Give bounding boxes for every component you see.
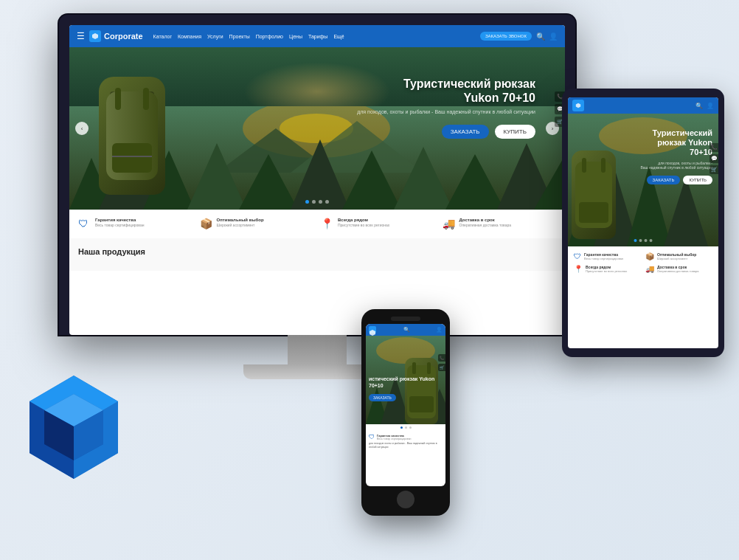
- phone-dots: [366, 424, 445, 431]
- phone-home-button[interactable]: [397, 491, 414, 508]
- nav-link-projects[interactable]: Проекты: [229, 34, 250, 39]
- feature-3-desc: Присутствие во всех регионах: [338, 223, 389, 227]
- hero-dots: [305, 200, 329, 204]
- user-icon[interactable]: 👤: [549, 32, 558, 41]
- nav-link-more[interactable]: Ещё: [333, 34, 344, 39]
- tablet-dot-3[interactable]: [645, 239, 648, 242]
- hero-prev-arrow[interactable]: ‹: [75, 122, 89, 135]
- phone-search-icon[interactable]: 🔍: [403, 327, 410, 333]
- phone-hero: истический рюкзак Yukon 70+10 ЗАКАЗАТЬ 📞…: [366, 336, 445, 424]
- svg-rect-42: [579, 202, 608, 223]
- range-icon: 📦: [200, 218, 213, 231]
- feature-4: 🚚 Доставка в срок Оперативная доставка т…: [443, 218, 557, 231]
- phone-hero-text: истический рюкзак Yukon 70+10 ЗАКАЗАТЬ: [369, 376, 434, 402]
- hero-dot-3[interactable]: [319, 200, 322, 204]
- tablet-feature-1-desc: Весь товар сертифицирован: [584, 257, 623, 260]
- feature-2: 📦 Оптимальный выбор Широкий ассортимент: [200, 218, 314, 231]
- phone-dot-1[interactable]: [400, 426, 403, 429]
- phone-user-icon[interactable]: 👤: [436, 327, 443, 333]
- hero-dot-1[interactable]: [305, 200, 309, 204]
- phone-feature-1: 🛡 Гарантия качества Весь товар сертифици…: [366, 431, 445, 440]
- tablet-hero-text: Туристический рюкзак Yukon 70+10 для пох…: [640, 128, 712, 184]
- tablet-nav-icons: 🔍 👤: [695, 103, 714, 109]
- nav-link-services[interactable]: Услуги: [207, 34, 223, 39]
- tablet-hero-title: Туристический рюкзак Yukon 70+10: [640, 128, 712, 158]
- tablet-order-button[interactable]: ЗАКАЗАТЬ: [647, 176, 681, 184]
- svg-rect-29: [143, 88, 149, 110]
- phone-bezel: 🔍 👤: [361, 309, 450, 516]
- tablet-dot-4[interactable]: [650, 239, 653, 242]
- tablet-bezel: 🔍 👤: [562, 89, 724, 357]
- delivery-icon: 🚚: [443, 218, 456, 231]
- tablet-phone-icon[interactable]: 📞: [709, 143, 718, 152]
- phone-side-icons: 📞 🛒: [438, 354, 445, 371]
- hero-dot-4[interactable]: [325, 200, 329, 204]
- tablet-search-icon[interactable]: 🔍: [695, 103, 703, 109]
- svg-rect-30: [112, 143, 152, 173]
- feature-1-text: Гарантия качества Весь товар сертифициро…: [95, 218, 144, 227]
- phone-hero-subtitle: для походов охоты и рыбалки - Ваш надежн…: [369, 442, 443, 449]
- tablet-feature-2: 📦 Оптимальный выбор Широкий ассортимент: [645, 252, 712, 260]
- feature-2-title: Оптимальный выбор: [217, 218, 264, 222]
- phone-screen: 🔍 👤: [366, 324, 445, 486]
- nav-icons: 🔍 👤: [536, 32, 558, 41]
- feature-3-title: Всегда рядом: [338, 218, 389, 222]
- tablet-range-icon: 📦: [645, 252, 654, 260]
- order-button[interactable]: ЗАКАЗАТЬ: [442, 125, 489, 139]
- phone-navbar: 🔍 👤: [366, 324, 445, 336]
- tablet-side-icons: 📞 💬 🛒: [709, 143, 718, 174]
- tablet-features: 🛡 Гарантия качества Весь товар сертифици…: [568, 246, 718, 279]
- tablet-user-icon[interactable]: 👤: [707, 103, 714, 109]
- hamburger-icon[interactable]: ☰: [77, 31, 85, 41]
- tablet-feature-2-text: Оптимальный выбор Широкий ассортимент: [657, 252, 696, 260]
- products-title: Наша продукция: [78, 247, 556, 256]
- phone-side-phone-icon[interactable]: 📞: [438, 354, 445, 362]
- monitor-bezel: ☰ Corporate Каталог Компания Услуги Прое…: [59, 15, 575, 335]
- tablet-dot-1[interactable]: [634, 239, 637, 242]
- nav-link-portfolio[interactable]: Портфолио: [256, 34, 283, 39]
- svg-marker-32: [576, 103, 580, 108]
- feature-3-text: Всегда рядом Присутствие во всех региона…: [338, 218, 389, 227]
- phone-side-cart-icon[interactable]: 🛒: [438, 364, 445, 371]
- svg-marker-43: [370, 330, 375, 336]
- nav-link-catalog[interactable]: Каталог: [153, 34, 172, 39]
- nav-link-company[interactable]: Компания: [178, 34, 201, 39]
- desktop-hero: Туристический рюкзак Yukon 70+10 для пох…: [69, 47, 565, 210]
- scene: ☰ Corporate Каталог Компания Услуги Прое…: [0, 0, 739, 560]
- brand-logo[interactable]: Corporate: [89, 30, 143, 42]
- hero-dot-2[interactable]: [312, 200, 316, 204]
- tablet-feature-3-text: Всегда рядом Присутствие во всех региона…: [586, 265, 627, 273]
- desktop-monitor: ☰ Corporate Каталог Компания Услуги Прое…: [59, 15, 575, 379]
- cta-button[interactable]: ЗАКАЗАТЬ ЗВОНОК: [480, 32, 532, 41]
- phone-device: 🔍 👤: [361, 309, 450, 516]
- feature-1-desc: Весь товар сертифицирован: [95, 223, 144, 227]
- tablet-buy-button[interactable]: КУПИТЬ: [683, 176, 712, 184]
- phone-hero-title: истический рюкзак Yukon 70+10: [369, 376, 434, 389]
- nav-link-tariffs[interactable]: Тарифы: [308, 34, 327, 39]
- buy-button[interactable]: КУПИТЬ: [495, 125, 535, 139]
- feature-4-text: Доставка в срок Оперативная доставка тов…: [459, 218, 512, 227]
- tablet-feature-3-desc: Присутствие во всех регионах: [586, 269, 627, 273]
- tablet-feature-4-desc: Оперативная доставка товара: [657, 269, 698, 273]
- tablet-cart-icon[interactable]: 🛒: [709, 165, 718, 174]
- phone-order-button[interactable]: ЗАКАЗАТЬ: [369, 394, 396, 401]
- svg-rect-41: [601, 158, 606, 173]
- tablet-hero-subtitle: для походов, охоты и рыбалки - Ваш надеж…: [640, 161, 712, 170]
- tablet-feature-2-desc: Широкий ассортимент: [657, 257, 696, 260]
- phone-dot-2[interactable]: [405, 426, 407, 429]
- svg-rect-52: [427, 362, 431, 374]
- tablet-chat-icon[interactable]: 💬: [709, 154, 718, 163]
- quality-icon: 🛡: [78, 218, 91, 231]
- tablet-dot-2[interactable]: [639, 239, 642, 242]
- products-section: Наша продукция: [69, 238, 565, 271]
- svg-rect-51: [412, 362, 416, 374]
- nav-link-prices[interactable]: Цены: [289, 34, 302, 39]
- search-icon[interactable]: 🔍: [536, 32, 545, 41]
- phone-dot-3[interactable]: [409, 426, 412, 429]
- tablet-navbar: 🔍 👤: [568, 97, 718, 114]
- tablet-logo-icon: [572, 100, 584, 111]
- tablet-dots: [634, 239, 653, 242]
- hero-text-block: Туристический рюкзак Yukon 70+10 для пох…: [357, 77, 535, 139]
- tablet-feature-4: 🚚 Доставка в срок Оперативная доставка т…: [645, 265, 712, 273]
- monitor-stand-neck: [288, 335, 347, 364]
